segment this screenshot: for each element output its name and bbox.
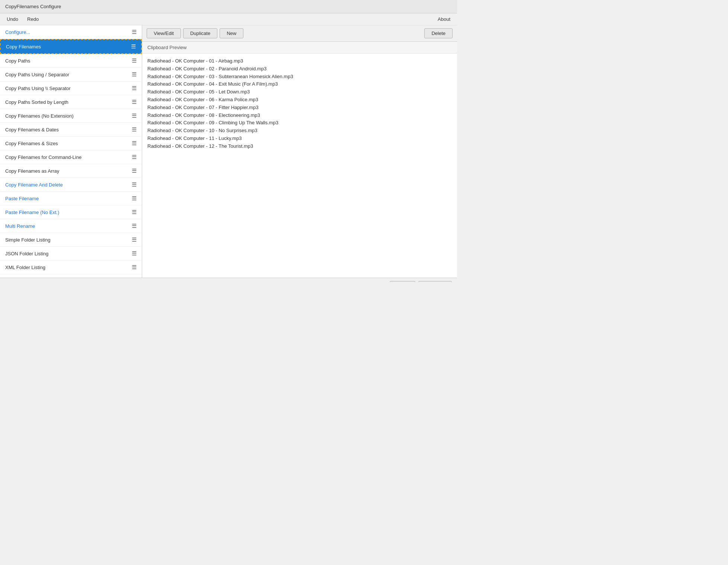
list-icon: ☰	[132, 167, 137, 174]
list-icon: ☰	[131, 43, 136, 50]
clipboard-line: Radiohead - OK Computer - 07 - Fitter Ha…	[147, 104, 452, 112]
delete-button[interactable]: Delete	[424, 28, 453, 38]
menu-about[interactable]: About	[436, 16, 452, 23]
sidebar-item-copy-paths-slash[interactable]: Copy Paths Using / Separator☰	[0, 68, 142, 82]
clipboard-content: Radiohead - OK Computer - 01 - Airbag.mp…	[142, 54, 457, 278]
list-icon: ☰	[132, 140, 137, 147]
sidebar: Configure...☰Copy Filenames☰Copy Paths☰C…	[0, 25, 142, 278]
sidebar-item-copy-filenames-array[interactable]: Copy Filenames as Array☰	[0, 164, 142, 178]
menu-redo[interactable]: Redo	[26, 16, 40, 23]
sidebar-item-label: Copy Filenames & Dates	[5, 127, 129, 133]
bottom-bar: OK Cancel	[0, 278, 457, 282]
clipboard-line: Radiohead - OK Computer - 10 - No Surpri…	[147, 127, 452, 135]
sidebar-item-copy-paths-sorted[interactable]: Copy Paths Sorted by Length☰	[0, 95, 142, 109]
sidebar-item-label: Configure...	[5, 29, 129, 35]
clipboard-line: Radiohead - OK Computer - 05 - Let Down.…	[147, 88, 452, 96]
toolbar: View/Edit Duplicate New Delete	[142, 25, 457, 42]
list-icon: ☰	[132, 236, 137, 243]
clipboard-line: Radiohead - OK Computer - 06 - Karma Pol…	[147, 96, 452, 104]
sidebar-item-label: Copy Paths Sorted by Length	[5, 99, 129, 105]
sidebar-item-multi-rename[interactable]: Multi Rename☰	[0, 219, 142, 233]
sidebar-item-paste-filename-no-ext[interactable]: Paste Filename (No Ext.)☰	[0, 205, 142, 219]
menu-undo[interactable]: Undo	[5, 16, 20, 23]
sidebar-item-xml-folder[interactable]: XML Folder Listing☰	[0, 261, 142, 274]
cancel-button[interactable]: Cancel	[418, 281, 452, 282]
sidebar-item-paste-filename[interactable]: Paste Filename☰	[0, 192, 142, 205]
title-bar: CopyFilenames Configure	[0, 0, 457, 13]
list-icon: ☰	[132, 223, 137, 229]
sidebar-item-copy-filenames-sizes[interactable]: Copy Filenames & Sizes☰	[0, 137, 142, 150]
sidebar-item-label: XML Folder Listing	[5, 265, 129, 270]
list-icon: ☰	[132, 250, 137, 257]
sidebar-item-label: Multi Rename	[5, 223, 129, 229]
clipboard-line: Radiohead - OK Computer - 09 - Climbing …	[147, 119, 452, 127]
sidebar-item-configure[interactable]: Configure...☰	[0, 25, 142, 39]
list-icon: ☰	[132, 209, 137, 216]
duplicate-button[interactable]: Duplicate	[183, 28, 217, 38]
list-icon: ☰	[132, 57, 137, 64]
sidebar-item-copy-filenames[interactable]: Copy Filenames☰	[0, 39, 142, 54]
sidebar-item-label: Copy Paths Using / Separator	[5, 72, 129, 77]
clipboard-line: Radiohead - OK Computer - 04 - Exit Musi…	[147, 80, 452, 88]
list-icon: ☰	[132, 181, 137, 188]
sidebar-item-copy-filename-delete[interactable]: Copy Filename And Delete☰	[0, 178, 142, 192]
sidebar-item-copy-paths[interactable]: Copy Paths☰	[0, 54, 142, 68]
sidebar-item-label: Copy Filenames as Array	[5, 168, 129, 174]
sidebar-item-json-folder[interactable]: JSON Folder Listing☰	[0, 247, 142, 261]
sidebar-item-copy-paths-backslash[interactable]: Copy Paths Using \\ Separator☰	[0, 82, 142, 95]
sidebar-item-label: JSON Folder Listing	[5, 251, 129, 256]
app-title: CopyFilenames Configure	[5, 4, 61, 9]
sidebar-item-label: Copy Filenames	[6, 44, 128, 50]
list-icon: ☰	[132, 112, 137, 119]
sidebar-item-label: Copy Filenames for Command-Line	[5, 154, 129, 160]
list-icon: ☰	[132, 29, 137, 35]
ok-button[interactable]: OK	[390, 281, 415, 282]
clipboard-preview-header: Clipboard Preview	[142, 42, 457, 54]
sidebar-item-copy-filenames-no-ext[interactable]: Copy Filenames (No Extension)☰	[0, 109, 142, 123]
sidebar-item-label: Copy Filenames & Sizes	[5, 141, 129, 146]
sidebar-item-label: Paste Filename	[5, 196, 129, 201]
list-icon: ☰	[132, 126, 137, 133]
clipboard-line: Radiohead - OK Computer - 01 - Airbag.mp…	[147, 57, 452, 65]
clipboard-line: Radiohead - OK Computer - 03 - Subterran…	[147, 73, 452, 81]
list-icon: ☰	[132, 264, 137, 271]
clipboard-line: Radiohead - OK Computer - 08 - Electione…	[147, 112, 452, 119]
new-button[interactable]: New	[220, 28, 243, 38]
sidebar-item-copy-filenames-dates[interactable]: Copy Filenames & Dates☰	[0, 123, 142, 137]
sidebar-item-copy-filenames-cmdline[interactable]: Copy Filenames for Command-Line☰	[0, 150, 142, 164]
sidebar-item-simple-folder[interactable]: Simple Folder Listing☰	[0, 233, 142, 247]
list-icon: ☰	[132, 195, 137, 202]
clipboard-line: Radiohead - OK Computer - 12 - The Touri…	[147, 143, 452, 150]
menu-bar: Undo Redo About	[0, 13, 457, 25]
main-content: Configure...☰Copy Filenames☰Copy Paths☰C…	[0, 25, 457, 278]
right-panel: View/Edit Duplicate New Delete Clipboard…	[142, 25, 457, 278]
sidebar-item-label: Copy Filenames (No Extension)	[5, 113, 129, 119]
list-icon: ☰	[132, 71, 137, 78]
sidebar-item-label: Copy Filename And Delete	[5, 182, 129, 188]
sidebar-item-label: Copy Paths	[5, 58, 129, 64]
sidebar-item-label: Copy Paths Using \\ Separator	[5, 86, 129, 91]
list-icon: ☰	[132, 154, 137, 160]
list-icon: ☰	[132, 99, 137, 105]
clipboard-line: Radiohead - OK Computer - 02 - Paranoid …	[147, 65, 452, 73]
sidebar-item-label: Paste Filename (No Ext.)	[5, 210, 129, 215]
clipboard-line: Radiohead - OK Computer - 11 - Lucky.mp3	[147, 135, 452, 143]
sidebar-item-label: Simple Folder Listing	[5, 237, 129, 243]
list-icon: ☰	[132, 85, 137, 92]
view-edit-button[interactable]: View/Edit	[147, 28, 181, 38]
